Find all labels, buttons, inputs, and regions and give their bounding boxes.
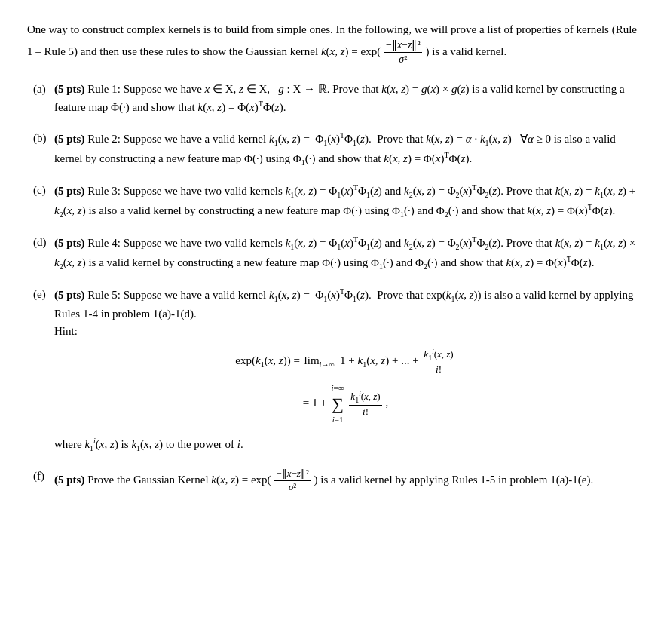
problem-d-content: (5 pts) Rule 4: Suppose we have two vali… [54,234,637,272]
problem-e-where: where k1i(x, z) is k1(x, z) to the power… [54,435,637,455]
problem-b-label: (b) [33,130,54,147]
problems-list: (a) (5 pts) Rule 1: Suppose we have x ∈ … [33,81,637,494]
problem-b: (b) (5 pts) Rule 2: Suppose we have a va… [33,130,637,168]
problem-c-label: (c) [33,182,54,199]
problem-f: (f) (5 pts) Prove the Gaussian Kernel k(… [33,468,637,494]
prove-that-a: Prove that [332,83,378,95]
problem-c-rule: Rule 3: [87,185,124,197]
problem-f-label: (f) [33,468,54,485]
problem-a-rule: Rule 1: [87,83,124,95]
problem-b-content: (5 pts) Rule 2: Suppose we have a valid … [54,130,637,168]
problem-e: (e) (5 pts) Rule 5: Suppose we have a va… [33,286,637,454]
problem-b-rule: Rule 2: [87,133,124,145]
problem-e-content: (5 pts) Rule 5: Suppose we have a valid … [54,286,637,454]
problem-c-pts: (5 pts) [54,185,84,197]
problem-d-label: (d) [33,234,54,251]
problem-a: (a) (5 pts) Rule 1: Suppose we have x ∈ … [33,81,637,117]
problem-d-pts: (5 pts) [54,237,84,249]
intro-paragraph: One way to construct complex kernels is … [27,21,637,67]
problem-e-rule: Rule 5: [87,289,124,301]
problem-f-pts: (5 pts) [54,474,84,486]
problem-b-pts: (5 pts) [54,133,84,145]
problem-e-label: (e) [33,286,54,303]
problem-d: (d) (5 pts) Rule 4: Suppose we have two … [33,234,637,272]
problem-a-content: (5 pts) Rule 1: Suppose we have x ∈ X, z… [54,81,637,117]
problem-e-pts: (5 pts) [54,289,84,301]
problem-e-hint-label: Hint: [54,325,78,337]
prove-that-b: Prove that [377,133,423,145]
problem-f-content: (5 pts) Prove the Gaussian Kernel k(x, z… [54,468,637,494]
math-display-e: exp(k1(x, z)) = limi→∞ 1 + k1(x, z) + ..… [54,348,637,427]
problem-c-content: (5 pts) Rule 3: Suppose we have two vali… [54,182,637,220]
problem-d-rule: Rule 4: [87,237,124,249]
problem-a-pts: (5 pts) [54,83,84,95]
problem-a-label: (a) [33,81,54,98]
problem-c: (c) (5 pts) Rule 3: Suppose we have two … [33,182,637,220]
